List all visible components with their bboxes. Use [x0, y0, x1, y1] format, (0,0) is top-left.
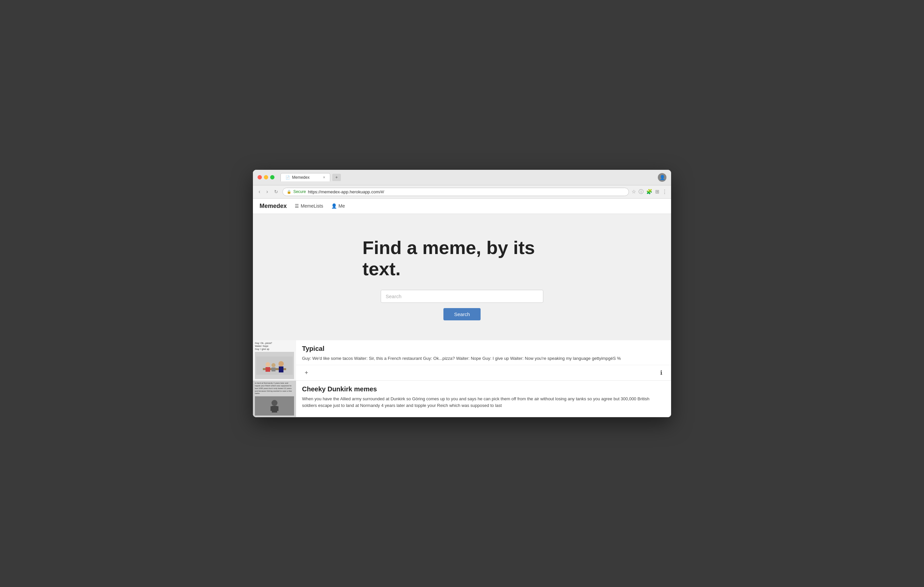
close-button[interactable]	[257, 175, 262, 179]
svg-rect-10	[272, 406, 277, 413]
refresh-button[interactable]: ↻	[272, 188, 280, 195]
bookmark-icon[interactable]: ☆	[632, 189, 636, 195]
svg-rect-5	[266, 367, 270, 372]
search-button[interactable]: Search	[444, 308, 480, 321]
app-logo[interactable]: Memedex	[259, 202, 287, 210]
me-label: Me	[338, 203, 345, 209]
hero-title: Find a meme, by its text.	[363, 237, 561, 280]
url-bar[interactable]: 🔒 Secure https://memedex-app.herokuapp.c…	[282, 188, 629, 196]
url-text: https://memedex-app.herokuapp.com/#/	[308, 189, 384, 194]
meme-content-typical: Typical Guy: We'd like some tacos Waiter…	[296, 340, 671, 365]
minimize-button[interactable]	[264, 175, 268, 179]
browser-window: 📄 Memedex × + 👤 ‹ › ↻ 🔒 Secure https://m…	[253, 170, 671, 417]
meme-item-typical: Guy: Ok...pizza? Waiter: Nope Guy: I giv…	[253, 340, 671, 381]
meme-content-dunkirk: Cheeky Dunkirk memes When you have the A…	[296, 381, 671, 417]
meme-title-typical: Typical	[302, 345, 665, 352]
memelists-label: MemeLists	[301, 203, 323, 209]
me-icon: 👤	[331, 203, 337, 209]
grid-icon[interactable]: ⊞	[655, 189, 660, 195]
thumb-text-line1: Guy: Ok...pizza?	[255, 342, 294, 345]
info-icon[interactable]: ⓘ	[639, 189, 644, 195]
address-bar-right: ☆ ⓘ 🧩 ⊞ ⋮	[632, 189, 667, 195]
browser-tab[interactable]: 📄 Memedex ×	[280, 173, 330, 181]
svg-point-4	[266, 362, 270, 367]
hero-section: Find a meme, by its text. Search	[253, 214, 671, 340]
forward-button[interactable]: ›	[264, 188, 269, 195]
svg-rect-3	[279, 367, 284, 372]
address-bar: ‹ › ↻ 🔒 Secure https://memedex-app.herok…	[253, 186, 671, 199]
extensions-icon[interactable]: 🧩	[646, 189, 652, 195]
svg-rect-12	[276, 406, 279, 411]
menu-icon[interactable]: ⋮	[662, 189, 667, 195]
tab-page-icon: 📄	[285, 176, 290, 180]
traffic-lights	[257, 175, 274, 179]
thumb-image-area	[255, 352, 294, 379]
meme-item-dunkirk: to land at Normandy 4 years later and to…	[253, 381, 671, 417]
svg-rect-7	[272, 367, 276, 372]
svg-point-6	[272, 363, 276, 367]
maximize-button[interactable]	[270, 175, 274, 179]
secure-label: Secure	[294, 189, 306, 194]
meme-text-typical: Guy: We'd like some tacos Waiter: Sir, t…	[302, 355, 665, 362]
meme-thumbnail-typical: Guy: Ok...pizza? Waiter: Nope Guy: I giv…	[253, 340, 296, 381]
title-bar: 📄 Memedex × + 👤	[253, 170, 671, 186]
svg-point-2	[279, 361, 284, 367]
svg-rect-11	[271, 406, 272, 411]
tab-close-button[interactable]: ×	[323, 175, 325, 180]
meme-actions-typical: + ℹ	[296, 365, 671, 380]
thumb-image-area-dunkirk	[255, 396, 294, 416]
meme-text-dunkirk: When you have the Allied army surrounded…	[302, 396, 665, 414]
app-nav: Memedex ☰ MemeLists 👤 Me	[253, 199, 671, 214]
memelists-icon: ☰	[295, 203, 299, 209]
user-profile-icon[interactable]: 👤	[658, 173, 667, 182]
thumb-text-dunkirk: to land at Normandy 4 years later and to…	[255, 382, 294, 395]
add-to-list-button-typical[interactable]: +	[302, 368, 311, 378]
info-button-typical[interactable]: ℹ	[657, 368, 665, 378]
window-controls-right: 👤	[658, 173, 667, 182]
nav-item-memelists[interactable]: ☰ MemeLists	[295, 203, 323, 209]
tab-title: Memedex	[292, 175, 310, 180]
user-avatar-icon: 👤	[660, 175, 665, 180]
secure-lock-icon: 🔒	[287, 190, 291, 194]
search-input[interactable]	[381, 290, 543, 303]
thumb-text-line2: Waiter: Nope	[255, 345, 294, 347]
meme-thumbnail-dunkirk: to land at Normandy 4 years later and to…	[253, 381, 296, 417]
back-button[interactable]: ‹	[257, 188, 262, 195]
nav-item-me[interactable]: 👤 Me	[331, 203, 345, 209]
tab-area: 📄 Memedex × +	[280, 173, 655, 181]
meme-title-dunkirk: Cheeky Dunkirk memes	[302, 385, 665, 393]
thumb-text-line3: Guy: I give up	[255, 347, 294, 350]
meme-list: Guy: Ok...pizza? Waiter: Nope Guy: I giv…	[253, 340, 671, 418]
new-tab-button[interactable]: +	[332, 174, 341, 181]
search-form	[381, 290, 543, 303]
svg-point-9	[272, 400, 277, 406]
